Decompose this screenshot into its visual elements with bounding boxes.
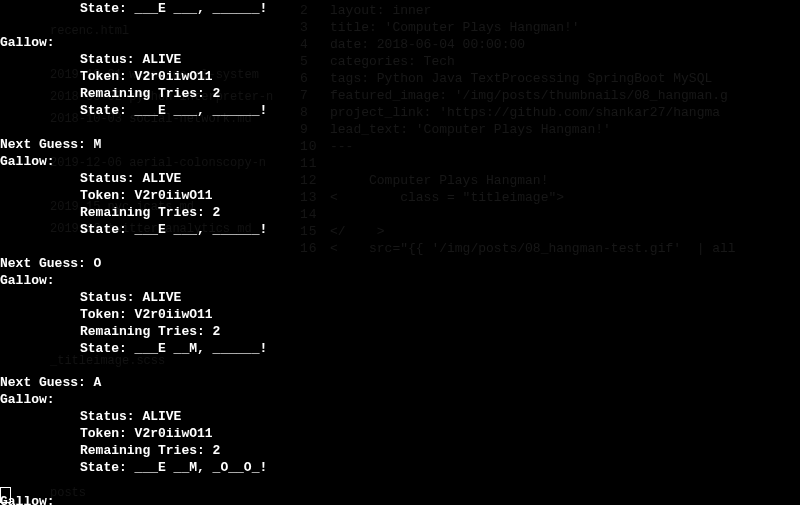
state-line: State: ___E ___, ______! — [0, 0, 800, 17]
terminal-output[interactable]: State: ___E ___, ______!Gallow:Status: A… — [0, 0, 800, 505]
token-line: Token: V2r0iiwO11 — [0, 425, 800, 442]
gallow-label: Gallow: — [0, 34, 800, 51]
gallow-label: Gallow: — [0, 391, 800, 408]
token-line: Token: V2r0iiwO11 — [0, 68, 800, 85]
next-guess-line: Next Guess: O — [0, 255, 800, 272]
status-line: Status: ALIVE — [0, 408, 800, 425]
next-guess-line: Next Guess: A — [0, 374, 800, 391]
state-line: State: ___E ___, ______! — [0, 102, 800, 119]
remaining-line: Remaining Tries: 2 — [0, 204, 800, 221]
remaining-line: Remaining Tries: 2 — [0, 323, 800, 340]
next-guess-line: Next Guess: M — [0, 136, 800, 153]
gallow-label: Gallow: — [0, 153, 800, 170]
token-line: Token: V2r0iiwO11 — [0, 306, 800, 323]
state-line: State: ___E __M, ______! — [0, 340, 800, 357]
gallow-label: Gallow: — [0, 272, 800, 289]
remaining-line: Remaining Tries: 2 — [0, 442, 800, 459]
token-line: Token: V2r0iiwO11 — [0, 187, 800, 204]
status-line: Status: ALIVE — [0, 170, 800, 187]
gallow-label: Gallow: — [0, 493, 800, 505]
state-line: State: ___E __M, _O__O_! — [0, 459, 800, 476]
status-line: Status: ALIVE — [0, 289, 800, 306]
status-line: Status: ALIVE — [0, 51, 800, 68]
state-line: State: ___E ___, ______! — [0, 221, 800, 238]
screen-root: recenc.html 2019-10-01 wannasee-ml-syste… — [0, 0, 800, 505]
terminal-cursor — [0, 487, 11, 503]
remaining-line: Remaining Tries: 2 — [0, 85, 800, 102]
